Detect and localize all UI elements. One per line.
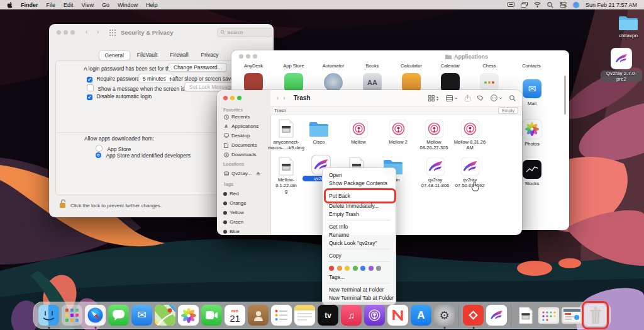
dock-safari[interactable] bbox=[85, 305, 106, 326]
disable-auto-login-checkbox[interactable]: ✓ bbox=[87, 94, 92, 100]
file-mellow-dmg[interactable]: Mellow-0.1.22.dmg bbox=[268, 156, 304, 194]
dock-photos[interactable] bbox=[178, 305, 199, 326]
menu-edit[interactable]: Edit bbox=[64, 2, 74, 8]
siri-icon[interactable] bbox=[573, 2, 579, 8]
tab-privacy[interactable]: Privacy bbox=[196, 50, 225, 60]
unlock-icon[interactable] bbox=[58, 198, 67, 208]
forward-icon[interactable]: › bbox=[97, 28, 99, 35]
back-icon[interactable]: ‹ bbox=[277, 94, 279, 101]
desktop-icon-chitavpn[interactable]: chitavpn bbox=[609, 15, 644, 38]
dock-music[interactable]: ♫ bbox=[341, 305, 362, 326]
forward-icon[interactable]: › bbox=[283, 94, 285, 101]
photos-app-icon[interactable] bbox=[523, 120, 541, 139]
menu-item-put-back[interactable]: Put Back bbox=[323, 191, 396, 200]
dock-mail[interactable]: ✉ bbox=[131, 305, 152, 326]
sidebar-tag-blue[interactable]: Blue bbox=[223, 229, 240, 234]
menu-item-copy[interactable]: Copy bbox=[323, 251, 396, 259]
menu-help[interactable]: Help bbox=[146, 2, 158, 8]
file-mellow[interactable]: Mellow bbox=[340, 118, 377, 145]
dock-system-preferences[interactable]: ⚙ bbox=[434, 305, 455, 326]
tab-firewall[interactable]: Firewall bbox=[164, 50, 194, 60]
minimize-button[interactable] bbox=[246, 54, 250, 59]
app-icon[interactable] bbox=[402, 73, 421, 92]
menu-item-empty-trash[interactable]: Empty Trash bbox=[323, 210, 396, 218]
app-icon[interactable]: AA bbox=[363, 73, 382, 92]
dock-dmg-document[interactable] bbox=[515, 305, 536, 326]
file-cisco-folder[interactable]: Cisco bbox=[301, 118, 337, 145]
menu-item-tags[interactable]: Tags... bbox=[323, 273, 396, 281]
eject-icon[interactable] bbox=[256, 171, 260, 176]
dock-tv[interactable]: tv bbox=[318, 305, 338, 326]
minimize-button[interactable] bbox=[230, 96, 235, 100]
menu-item-new-terminal-tab[interactable]: New Terminal Tab at Folder bbox=[323, 293, 396, 302]
menu-file[interactable]: File bbox=[47, 2, 56, 8]
mail-app-icon[interactable]: ✉ bbox=[523, 79, 541, 98]
search-input[interactable]: Search bbox=[217, 28, 272, 37]
menu-item-quick-look[interactable]: Quick Look "qv2ray" bbox=[323, 239, 396, 247]
menu-item-new-terminal[interactable]: New Terminal at Folder bbox=[323, 285, 396, 293]
close-button[interactable] bbox=[57, 30, 61, 35]
tag-orange-icon[interactable] bbox=[337, 266, 342, 271]
dock-finder[interactable] bbox=[38, 305, 59, 326]
search-icon[interactable] bbox=[509, 95, 516, 101]
dock-launchpad[interactable] bbox=[62, 305, 82, 326]
menu-bar-clock[interactable]: Sun Feb 21 7:57 AM bbox=[586, 2, 637, 8]
minimize-button[interactable] bbox=[64, 30, 68, 35]
zoom-button[interactable] bbox=[70, 30, 75, 35]
tag-red-icon[interactable] bbox=[329, 266, 334, 271]
zoom-button[interactable] bbox=[237, 96, 242, 100]
app-icon[interactable] bbox=[441, 73, 460, 92]
sidebar-tag-green[interactable]: Green bbox=[223, 219, 243, 225]
dock-minimized-window-1[interactable] bbox=[538, 307, 559, 324]
menu-item-rename[interactable]: Rename bbox=[323, 230, 396, 239]
dock-calendar[interactable]: FEB 21 bbox=[225, 305, 245, 326]
identified-developers-radio[interactable] bbox=[96, 152, 101, 158]
tag-blue-icon[interactable] bbox=[360, 266, 365, 271]
app-icon[interactable] bbox=[324, 73, 343, 92]
file-qv2ray-07-48-11-806[interactable]: qv2ray07-48-11-806 bbox=[417, 156, 453, 188]
dock-app-store[interactable]: A bbox=[411, 305, 431, 326]
window-stack-icon[interactable] bbox=[521, 2, 528, 8]
control-center-icon[interactable] bbox=[560, 2, 567, 8]
menu-item-get-info[interactable]: Get Info bbox=[323, 222, 396, 230]
tab-general[interactable]: General bbox=[99, 50, 130, 60]
require-password-checkbox[interactable]: ✓ bbox=[87, 77, 92, 82]
icon-view-icon[interactable]: ▲▼ bbox=[428, 95, 439, 101]
sidebar-item-desktop[interactable]: Desktop bbox=[223, 133, 250, 139]
dock-minimized-window-2[interactable] bbox=[562, 307, 582, 324]
tag-yellow-icon[interactable] bbox=[345, 266, 350, 271]
dock-anydesk[interactable] bbox=[463, 305, 484, 326]
dock-contacts[interactable] bbox=[248, 305, 269, 326]
menu-finder[interactable]: Finder bbox=[21, 2, 38, 8]
dock-qv2ray[interactable] bbox=[486, 305, 507, 326]
sidebar-item-qv2ray-volume[interactable]: Qv2ray... bbox=[223, 171, 260, 176]
require-password-delay-dropdown[interactable]: 5 minutes ▲▼ bbox=[138, 74, 174, 83]
file-qv2ray-07-50-035692[interactable]: qv2ray07-50-035692 bbox=[452, 156, 488, 188]
display-icon[interactable] bbox=[508, 2, 514, 8]
show-all-icon[interactable] bbox=[109, 30, 116, 36]
show-message-checkbox[interactable] bbox=[87, 84, 94, 91]
tag-green-icon[interactable] bbox=[353, 266, 358, 271]
tab-filevault[interactable]: FileVault bbox=[131, 50, 163, 60]
dock-podcasts[interactable] bbox=[364, 305, 385, 326]
menu-view[interactable]: View bbox=[82, 2, 94, 8]
scrollbar[interactable] bbox=[564, 76, 566, 115]
app-icon[interactable] bbox=[244, 73, 263, 92]
app-icon[interactable] bbox=[480, 73, 499, 92]
sidebar-item-recents[interactable]: Recents bbox=[223, 114, 250, 120]
dock-reminders[interactable] bbox=[271, 305, 292, 326]
file-anyconnect-dmg[interactable]: anyconnect-macos-...-k9.dmg bbox=[268, 118, 304, 151]
sidebar-item-applications[interactable]: A Applications bbox=[223, 123, 258, 129]
dock-notes[interactable] bbox=[294, 305, 315, 326]
close-button[interactable] bbox=[239, 54, 243, 59]
menu-item-delete-immediately[interactable]: Delete Immediately... bbox=[323, 202, 396, 210]
dock-trash[interactable] bbox=[585, 305, 606, 326]
zoom-button[interactable] bbox=[253, 54, 257, 59]
dock-facetime[interactable] bbox=[201, 305, 222, 326]
dock-messages[interactable] bbox=[108, 305, 129, 326]
empty-trash-button[interactable]: Empty bbox=[498, 107, 518, 114]
apple-icon[interactable] bbox=[7, 1, 13, 8]
stocks-app-icon[interactable] bbox=[523, 160, 541, 179]
dock-maps[interactable] bbox=[155, 305, 175, 326]
sidebar-tag-red[interactable]: Red bbox=[223, 191, 239, 196]
